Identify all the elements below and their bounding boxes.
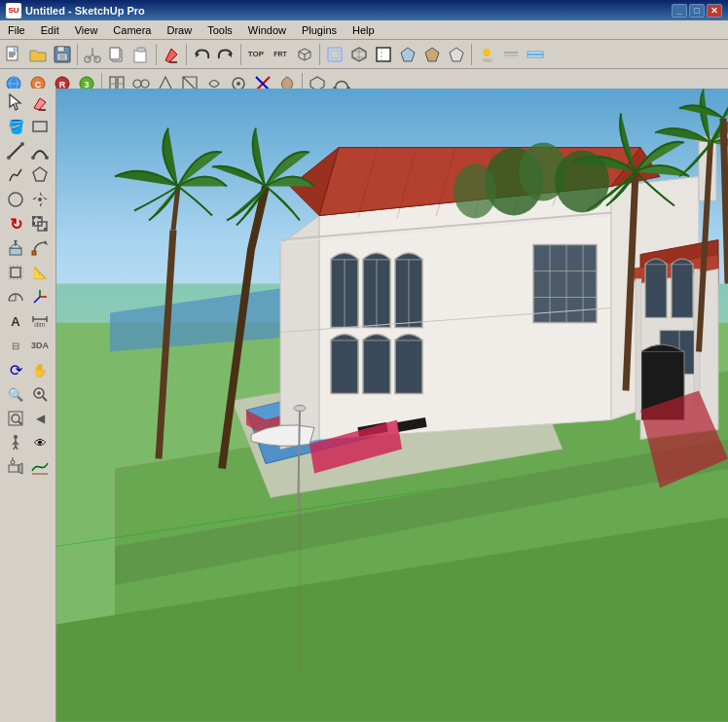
- monochrome-button[interactable]: [445, 43, 468, 66]
- menu-file[interactable]: File: [0, 22, 33, 38]
- copy-button[interactable]: [105, 43, 128, 66]
- orbit-tool-btn[interactable]: ⟳: [4, 358, 27, 381]
- hidden-line-button[interactable]: [372, 43, 395, 66]
- svg-point-65: [31, 156, 35, 160]
- svg-point-73: [38, 198, 42, 201]
- prev-view-btn[interactable]: ◀: [28, 407, 52, 430]
- undo-button[interactable]: [190, 43, 213, 66]
- main-viewport[interactable]: [56, 89, 728, 722]
- svg-rect-24: [331, 51, 339, 58]
- camera-front-button[interactable]: FRT: [269, 43, 292, 66]
- svg-marker-69: [40, 192, 43, 199]
- tape-tool-btn[interactable]: 📐: [28, 261, 52, 284]
- scene: [56, 89, 728, 722]
- cut-button[interactable]: [81, 43, 104, 66]
- zoom-ext-btn[interactable]: [4, 407, 27, 430]
- follow-me-tool-btn[interactable]: [28, 236, 52, 260]
- menu-camera[interactable]: Camera: [105, 22, 159, 38]
- dim-tool-btn[interactable]: dim: [28, 309, 52, 333]
- svg-point-31: [483, 58, 492, 62]
- svg-rect-79: [44, 228, 47, 231]
- erase-button[interactable]: [160, 43, 183, 66]
- camera-iso-button[interactable]: [293, 43, 316, 66]
- shaded-texture-button[interactable]: [420, 43, 444, 66]
- circle-tool-btn[interactable]: [4, 188, 27, 211]
- separator: [186, 44, 187, 65]
- svg-point-51: [141, 80, 149, 88]
- window-controls: _ □ ✕: [672, 4, 722, 18]
- axes-tool-btn[interactable]: [28, 285, 52, 308]
- move-tool-btn[interactable]: [28, 188, 52, 211]
- text-tool-btn[interactable]: A: [4, 309, 27, 333]
- eraser-tool-btn[interactable]: [28, 90, 52, 114]
- toolbar-standard: TOP FRT: [0, 40, 728, 69]
- walk-tool-btn[interactable]: [4, 431, 27, 454]
- svg-rect-16: [137, 48, 145, 52]
- menu-bar: File Edit View Camera Draw Tools Window …: [0, 20, 728, 40]
- polygon-tool-btn[interactable]: [28, 163, 52, 187]
- close-button[interactable]: ✕: [707, 4, 722, 18]
- shadow-button[interactable]: [475, 43, 498, 66]
- svg-rect-80: [10, 248, 21, 255]
- menu-tools[interactable]: Tools: [200, 22, 240, 38]
- zoom-window-btn[interactable]: [28, 382, 52, 406]
- save-button[interactable]: [51, 43, 74, 66]
- protractor-tool-btn[interactable]: [4, 285, 27, 308]
- section-plane-button[interactable]: [524, 43, 547, 66]
- window-title: Untitled - SketchUp Pro: [25, 5, 145, 17]
- minimize-button[interactable]: _: [672, 4, 687, 18]
- look-around-btn[interactable]: 👁: [28, 431, 52, 454]
- separator: [240, 44, 241, 65]
- 3dtext-tool-btn[interactable]: 3DA: [28, 334, 52, 357]
- fog-button[interactable]: [499, 43, 523, 66]
- svg-line-92: [34, 297, 40, 303]
- line-tool-btn[interactable]: [4, 139, 27, 162]
- offset-tool-btn[interactable]: [4, 261, 27, 284]
- menu-draw[interactable]: Draw: [159, 22, 200, 38]
- maximize-button[interactable]: □: [689, 4, 705, 18]
- section-tool-btn[interactable]: ⊟: [4, 334, 27, 357]
- pan-tool-btn[interactable]: ✋: [28, 358, 52, 381]
- svg-marker-72: [41, 197, 48, 199]
- zoom-tool-btn[interactable]: 🔍: [4, 382, 27, 406]
- svg-rect-86: [11, 268, 20, 277]
- menu-plugins[interactable]: Plugins: [294, 22, 345, 38]
- rect-tool-btn[interactable]: [28, 115, 52, 138]
- menu-window[interactable]: Window: [240, 22, 294, 38]
- separator: [471, 44, 472, 65]
- svg-rect-148: [331, 341, 358, 394]
- svg-marker-59: [10, 94, 20, 110]
- position-cam-btn[interactable]: [4, 455, 27, 479]
- new-button[interactable]: [2, 43, 25, 66]
- svg-point-50: [133, 80, 141, 88]
- freehand-tool-btn[interactable]: [4, 163, 27, 187]
- camera-top-button[interactable]: TOP: [244, 43, 268, 66]
- menu-edit[interactable]: Edit: [33, 22, 67, 38]
- svg-rect-23: [328, 48, 342, 61]
- push-pull-tool-btn[interactable]: [4, 236, 27, 260]
- paste-button[interactable]: [129, 43, 153, 66]
- left-toolbar: 🪣 ↻: [0, 89, 56, 722]
- svg-point-63: [7, 156, 11, 160]
- menu-help[interactable]: Help: [345, 22, 382, 38]
- redo-button[interactable]: [214, 43, 237, 66]
- paint-tool-btn[interactable]: 🪣: [4, 115, 27, 138]
- svg-marker-111: [18, 463, 22, 474]
- wireframe-button[interactable]: [347, 43, 371, 66]
- svg-point-176: [555, 151, 609, 213]
- svg-line-20: [299, 52, 305, 54]
- xray-button[interactable]: [323, 43, 346, 66]
- open-button[interactable]: [26, 43, 50, 66]
- shaded-button[interactable]: [396, 43, 419, 66]
- select-tool-btn[interactable]: [4, 90, 27, 114]
- menu-view[interactable]: View: [67, 22, 106, 38]
- scale-tool-btn[interactable]: [28, 212, 52, 235]
- sandbox-btn[interactable]: [28, 455, 52, 479]
- svg-rect-5: [57, 47, 64, 52]
- arc-tool-btn[interactable]: [28, 139, 52, 162]
- svg-rect-15: [134, 51, 146, 62]
- scene-svg: [56, 89, 728, 722]
- svg-rect-7: [59, 54, 65, 59]
- svg-rect-162: [636, 279, 641, 420]
- rotate-tool-btn[interactable]: ↻: [4, 212, 27, 235]
